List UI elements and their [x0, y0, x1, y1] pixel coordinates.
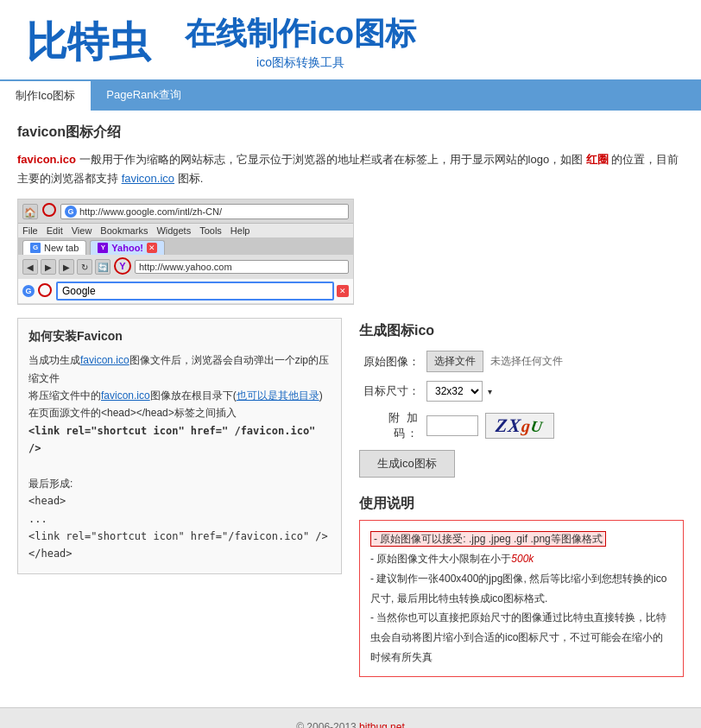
menu-help: Help	[231, 225, 250, 236]
label-captcha: 附 加 码：	[359, 410, 420, 441]
usage-item-2: - 原始图像文件大小限制在小于500k	[370, 549, 673, 569]
generate-box: 生成图标ico 原始图像： 选择文件 未选择任何文件 目标尺寸： 16x16 3…	[359, 318, 684, 482]
nav-item-ico[interactable]: 制作Ico图标	[0, 79, 91, 111]
nav-item-pagerank[interactable]: PageRank查询	[91, 79, 197, 111]
usage-size-limit: 500k	[511, 553, 534, 565]
choose-file-button[interactable]: 选择文件	[426, 351, 483, 372]
intro-text: favicon.ico 一般用于作为缩略的网站标志，它显示位于浏览器的地址栏或者…	[17, 150, 684, 188]
browser-address-bar: G http://www.google.com/intl/zh-CN/	[60, 204, 349, 219]
header-right: 在线制作ico图标 ico图标转换工具	[185, 13, 416, 71]
site-title: 在线制作ico图标	[185, 13, 416, 55]
favicon-indicator	[41, 202, 57, 220]
captcha-image: ZXgU	[485, 413, 554, 439]
intro-text-mid: 一般用于作为缩略的网站标志，它显示位于浏览器的地址栏或者在标签上，用于显示网站的…	[79, 153, 584, 166]
generate-title: 生成图标ico	[359, 322, 684, 340]
forward-btn[interactable]: ▶	[41, 259, 56, 275]
intro-text-last: 图标.	[178, 172, 204, 185]
footer-link[interactable]: bitbug.net	[359, 721, 405, 728]
tab-label-yahoo: Yahoo!	[111, 243, 143, 253]
usage-item-1-text: - 原始图像可以接受: .jpg .jpeg .gif .png等图像格式	[370, 531, 606, 547]
install-favicon-link1: favicon.ico	[80, 354, 129, 366]
browser-address-row: 🏠 G http://www.google.com/intl/zh-CN/	[18, 199, 353, 224]
captcha-input[interactable]	[426, 415, 478, 436]
svg-point-0	[43, 204, 55, 216]
two-col-layout: 如何安装Favicon 当成功生成favicon.ico图像文件后，浏览器会自动…	[17, 318, 684, 677]
nav-bar: 制作Ico图标 PageRank查询	[0, 79, 701, 111]
generate-button[interactable]: 生成ico图标	[359, 450, 455, 478]
label-image: 原始图像：	[359, 354, 420, 370]
stop-btn[interactable]: ▶	[59, 259, 74, 275]
browser-url: http://www.google.com/intl/zh-CN/	[79, 206, 222, 217]
yahoo-favicon-indicator: Y	[113, 256, 132, 277]
home-toolbar-btn[interactable]: 🔄	[95, 259, 111, 275]
search-close-btn[interactable]: ✕	[337, 285, 349, 297]
footer: © 2006-2013 bitbug.net RSS 0	[0, 707, 701, 728]
usage-box: - 原始图像可以接受: .jpg .jpeg .gif .png等图像格式 - …	[359, 520, 684, 677]
highlight-red-circle: 红圈	[586, 153, 609, 166]
menu-tools: Tools	[199, 225, 222, 236]
label-size: 目标尺寸：	[359, 383, 420, 399]
google-favicon: G	[65, 206, 77, 218]
main-content: favicon图标介绍 favicon.ico 一般用于作为缩略的网站标志，它显…	[0, 111, 701, 690]
no-file-label: 未选择任何文件	[490, 354, 563, 369]
google-favicon-search: G	[22, 285, 35, 297]
site-logo: 比特虫	[26, 15, 150, 70]
captcha-text: ZXgU	[495, 415, 544, 437]
install-favicon-link2: favicon.ico	[101, 389, 150, 402]
tab-close-yahoo[interactable]: ✕	[147, 243, 157, 253]
install-box: 如何安装Favicon 当成功生成favicon.ico图像文件后，浏览器会自动…	[17, 318, 342, 574]
install-other-dir-link: 也可以是其他目录	[237, 389, 319, 402]
usage-item-1: - 原始图像可以接受: .jpg .jpeg .gif .png等图像格式	[370, 529, 673, 549]
menu-widgets: Widgets	[156, 225, 191, 236]
tab-favicon-yahoo: Y	[98, 243, 108, 253]
footer-copyright: © 2006-2013 bitbug.net	[13, 721, 688, 728]
site-header: 比特虫 在线制作ico图标 ico图标转换工具	[0, 0, 701, 79]
tab-label-newtab: New tab	[44, 243, 79, 253]
search-favicon-circle	[37, 282, 53, 301]
usage-title: 使用说明	[359, 495, 684, 513]
menu-file: File	[22, 225, 38, 236]
form-row-image: 原始图像： 选择文件 未选择任何文件	[359, 351, 684, 372]
home-icon: 🏠	[22, 204, 38, 219]
install-title: 如何安装Favicon	[28, 329, 331, 345]
section-title-favicon: favicon图标介绍	[17, 123, 684, 142]
yahoo-address-bar: http://www.yahoo.com	[135, 260, 349, 274]
browser-tab-newtab[interactable]: G New tab	[22, 240, 86, 255]
favicon-link-2: favicon.ico	[122, 172, 174, 185]
menu-view: View	[72, 225, 92, 236]
size-select[interactable]: 16x16 32x32 48x48 64x64	[426, 381, 483, 402]
browser-mockup: 🏠 G http://www.google.com/intl/zh-CN/ Fi…	[17, 199, 354, 305]
install-code1: <link rel="shortcut icon" href=" /favico…	[28, 425, 315, 454]
site-subtitle: ico图标转换工具	[256, 55, 344, 71]
browser-tab-yahoo[interactable]: Y Yahoo! ✕	[90, 240, 165, 255]
svg-text:Y: Y	[119, 261, 126, 271]
usage-item-4: - 当然你也可以直接把原始尺寸的图像通过比特虫直接转换，比特虫会自动将图片缩小到…	[370, 608, 673, 667]
form-row-size: 目标尺寸： 16x16 32x32 48x48 64x64 ▾	[359, 381, 684, 402]
back-btn[interactable]: ◀	[22, 259, 38, 275]
menu-edit: Edit	[47, 225, 63, 236]
usage-item-3: - 建议制作一张400x400的jpg图像, 然后等比缩小到您想转换的ico尺寸…	[370, 569, 673, 609]
form-row-captcha: 附 加 码： ZXgU	[359, 410, 684, 441]
google-search-row: G ✕	[18, 279, 353, 304]
right-column: 生成图标ico 原始图像： 选择文件 未选择任何文件 目标尺寸： 16x16 3…	[359, 318, 684, 677]
browser-menu-row: File Edit View Bookmarks Widgets Tools H…	[18, 224, 353, 237]
menu-bookmarks: Bookmarks	[100, 225, 148, 236]
refresh-btn[interactable]: ↻	[77, 259, 92, 275]
size-dropdown-arrow: ▾	[488, 387, 492, 396]
svg-point-3	[39, 284, 51, 296]
left-column: 如何安装Favicon 当成功生成favicon.ico图像文件后，浏览器会自动…	[17, 318, 342, 677]
google-search-input[interactable]	[56, 282, 334, 301]
install-text: 当成功生成favicon.ico图像文件后，浏览器会自动弹出一个zip的压缩文件…	[28, 351, 331, 563]
favicon-link-1: favicon.ico	[17, 153, 76, 166]
browser-tabs-row: G New tab Y Yahoo! ✕	[18, 237, 353, 255]
browser-toolbar: ◀ ▶ ▶ ↻ 🔄 Y http://www.yahoo.com	[18, 255, 353, 279]
yahoo-url: http://www.yahoo.com	[139, 262, 232, 272]
tab-favicon-google: G	[30, 243, 41, 253]
